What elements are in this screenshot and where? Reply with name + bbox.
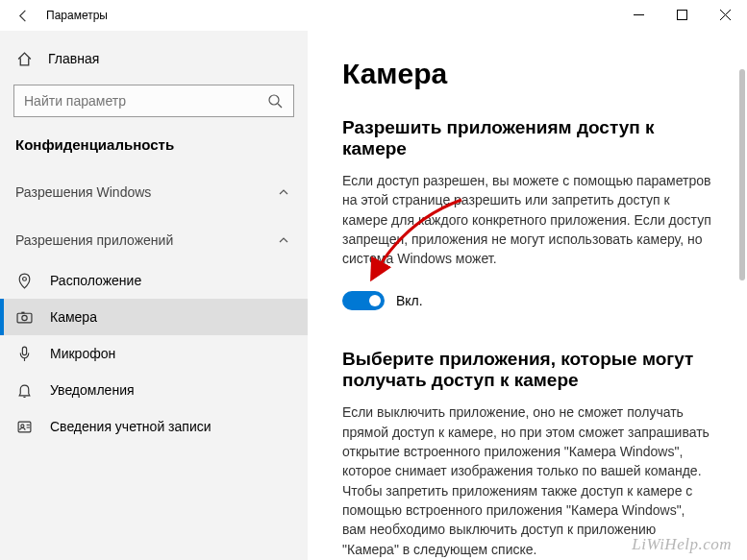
chevron-up-icon [275,183,292,201]
toggle-state-label: Вкл. [396,293,423,308]
sidebar-item-account-info[interactable]: Сведения учетной записи [0,408,308,445]
scrollbar-thumb[interactable] [739,69,745,280]
svg-point-14 [20,424,23,426]
main-panel: Камера Разрешить приложениям доступ к ка… [308,31,747,560]
svg-rect-9 [21,311,24,313]
svg-rect-1 [678,10,687,19]
sidebar-item-label: Микрофон [50,346,115,361]
svg-point-4 [269,95,279,105]
maximize-button[interactable] [660,0,704,29]
search-icon [266,92,284,110]
account-icon [15,418,33,435]
window-controls [617,0,747,29]
window-title: Параметры [46,9,108,22]
scrollbar[interactable] [734,31,747,560]
home-link[interactable]: Главная [0,40,308,77]
sidebar-item-location[interactable]: Расположение [0,262,308,299]
sidebar-item-microphone[interactable]: Микрофон [0,335,308,372]
camera-icon [15,308,33,326]
svg-rect-10 [22,347,26,355]
home-label: Главная [48,51,99,66]
svg-point-8 [21,315,26,320]
close-button[interactable] [704,0,747,29]
home-icon [15,50,33,67]
svg-point-6 [22,277,26,280]
sidebar-item-notifications[interactable]: Уведомления [0,372,308,408]
minimize-button[interactable] [617,0,660,29]
section-windows-permissions[interactable]: Разрешения Windows [0,166,308,214]
page-title: Камера [342,58,712,90]
sidebar-item-label: Сведения учетной записи [50,419,212,434]
choose-apps-heading: Выберите приложения, которые могут получ… [342,349,712,391]
microphone-icon [15,345,33,362]
sidebar-item-camera[interactable]: Камера [0,299,308,335]
location-icon [15,272,33,289]
back-button[interactable] [0,0,46,31]
sidebar-item-label: Уведомления [50,382,135,398]
allow-apps-heading: Разрешить приложениям доступ к камере [342,117,712,159]
bell-icon [15,381,33,399]
allow-apps-description: Если доступ разрешен, вы можете с помощь… [342,171,712,268]
category-label: Конфиденциальность [0,127,308,166]
watermark: LiWiHelp.com [632,535,732,554]
section-label: Разрешения приложений [15,232,173,248]
chevron-up-icon [275,231,292,249]
titlebar: Параметры [0,0,747,31]
camera-access-toggle[interactable] [342,291,385,310]
sidebar-item-label: Камера [50,309,97,325]
section-app-permissions[interactable]: Разрешения приложений [0,214,308,262]
search-input[interactable] [13,85,294,117]
svg-line-5 [278,104,282,108]
search-field[interactable] [24,93,266,109]
sidebar-item-label: Расположение [50,273,141,288]
section-label: Разрешения Windows [15,184,151,200]
sidebar: Главная Конфиденциальность Разрешения Wi… [0,31,308,560]
svg-rect-7 [17,313,32,323]
